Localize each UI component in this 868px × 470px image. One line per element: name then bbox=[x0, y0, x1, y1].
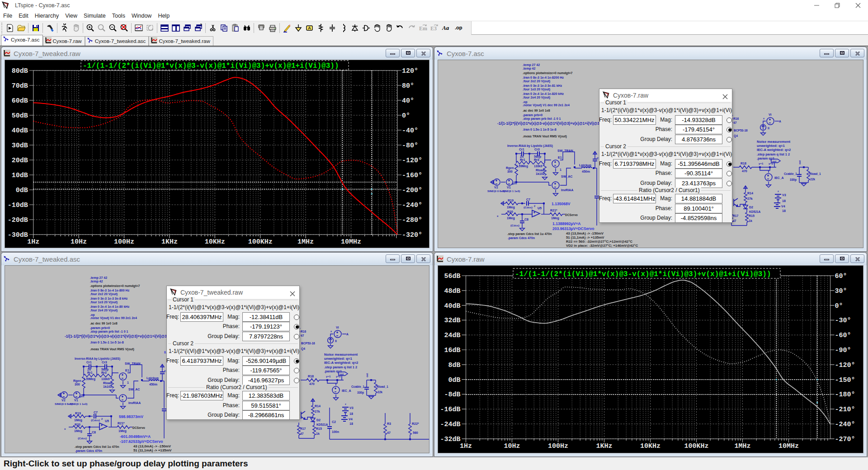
svg-text:V4: V4 bbox=[349, 418, 353, 421]
svg-text:out: out bbox=[366, 373, 368, 377]
svg-text:-120°: -120° bbox=[835, 362, 855, 369]
svg-text:IEC-A weighted: q=2: IEC-A weighted: q=2 bbox=[324, 361, 359, 365]
svg-text:Vi: Vi bbox=[336, 326, 339, 329]
svg-text:IEC_A: IEC_A bbox=[774, 176, 784, 179]
svg-text:1k: 1k bbox=[316, 432, 320, 435]
svg-text:47: 47 bbox=[733, 219, 736, 222]
svg-text:22k: 22k bbox=[377, 390, 382, 394]
svg-text:.four 2e2 20 V(out): .four 2e2 20 V(out) bbox=[90, 292, 118, 296]
svg-text:A: A bbox=[346, 333, 349, 336]
svg-text:R20: R20 bbox=[507, 210, 513, 213]
svg-text:0°: 0° bbox=[402, 112, 410, 120]
svg-text:1KHz: 1KHz bbox=[161, 238, 178, 246]
svg-text:out: out bbox=[772, 160, 776, 163]
svg-text:D2: D2 bbox=[749, 206, 753, 209]
svg-text:x: x bbox=[330, 330, 332, 333]
svg-text:.param Cdcs 470n: .param Cdcs 470n bbox=[508, 236, 535, 240]
svg-text:V3: V3 bbox=[349, 406, 354, 409]
svg-text:24dB: 24dB bbox=[444, 332, 460, 339]
svg-text:100KHz: 100KHz bbox=[248, 238, 273, 246]
svg-text:y=1: y=1 bbox=[759, 162, 764, 165]
svg-text:43 (13,0mA) -> -150mV: 43 (13,0mA) -> -150mV bbox=[566, 231, 604, 235]
svg-text:-80°: -80° bbox=[402, 142, 418, 150]
svg-text:x: x bbox=[497, 214, 499, 217]
svg-text:-1/(1-1/(2*(i(Vi)@1*v(x)@3-v(x: -1/(1-1/(2*(i(Vi)@1*v(x)@3-v(x)@1*i(Vi)@… bbox=[65, 334, 170, 338]
svg-text:Cr1: Cr1 bbox=[519, 148, 524, 151]
svg-text:R18: R18 bbox=[308, 375, 314, 378]
svg-text:BCP53-16: BCP53-16 bbox=[734, 129, 748, 132]
svg-text:27k: 27k bbox=[747, 197, 753, 200]
svg-text:450m: 450m bbox=[582, 170, 590, 173]
svg-text:-1/(1-1/(2*(i(Vi)@1*v(x)@3-v(x: -1/(1-1/(2*(i(Vi)@1*v(x)@3-v(x)@1*i(Vi)@… bbox=[515, 270, 771, 278]
svg-text:1.59Meg: 1.59Meg bbox=[516, 164, 528, 168]
svg-text:V1: V1 bbox=[74, 399, 78, 402]
svg-text:-180°: -180° bbox=[835, 391, 855, 399]
svg-text:.noise V(out) V1 dec 99 2e1 2e: .noise V(out) V1 dec 99 2e1 2e4 bbox=[523, 103, 570, 107]
svg-text:R17: R17 bbox=[300, 427, 306, 430]
svg-text:450m: 450m bbox=[149, 383, 157, 386]
svg-text:C7: C7 bbox=[526, 198, 530, 201]
svg-text:100KHz: 100KHz bbox=[684, 442, 708, 450]
svg-text:-30°: -30° bbox=[835, 317, 851, 324]
svg-text:R16: R16 bbox=[733, 117, 739, 120]
svg-text:-270°: -270° bbox=[835, 436, 855, 443]
svg-text:.param Cdcs 470n: .param Cdcs 470n bbox=[75, 449, 102, 453]
svg-text:Ii: Ii bbox=[335, 339, 337, 343]
svg-text:V2: V2 bbox=[494, 186, 498, 189]
svg-text:-1/(1-1/(2*(i(Vi)@1*v(x)@3-v(x: -1/(1-1/(2*(i(Vi)@1*v(x)@3-v(x)@1*i(Vi)@… bbox=[497, 122, 602, 126]
svg-text:51 (11,1mA) -> +135mV: 51 (11,1mA) -> +135mV bbox=[133, 448, 172, 452]
svg-text:Rload: Rload bbox=[536, 169, 544, 172]
svg-text:300: 300 bbox=[507, 170, 513, 173]
svg-text:gen: gen bbox=[79, 395, 84, 398]
svg-text:-107.62533µV=DCServo: -107.62533µV=DCServo bbox=[120, 439, 163, 444]
svg-text:.noise V(out) V1 dec 99 2e1 2e: .noise V(out) V1 dec 99 2e1 2e4 bbox=[90, 316, 137, 320]
svg-text:1Meg: 1Meg bbox=[507, 206, 515, 209]
svg-text:x: x bbox=[763, 117, 765, 120]
svg-text:1.1388992µV=A: 1.1388992µV=A bbox=[552, 221, 581, 226]
svg-text:100Hz: 100Hz bbox=[114, 238, 134, 246]
svg-text:330p: 330p bbox=[357, 391, 364, 395]
svg-text:-8dB: -8dB bbox=[444, 391, 460, 399]
svg-text:.temp 42: .temp 42 bbox=[523, 67, 536, 70]
svg-text:10MHz: 10MHz bbox=[778, 442, 799, 450]
svg-text:Rr3: Rr3 bbox=[101, 371, 107, 374]
svg-text:27k: 27k bbox=[315, 410, 320, 413]
svg-text:D2: D2 bbox=[316, 418, 321, 422]
svg-text:A: A bbox=[308, 26, 311, 30]
svg-text:C7: C7 bbox=[94, 411, 98, 414]
svg-text:y=1: y=1 bbox=[326, 375, 331, 378]
svg-text:Aa: Aa bbox=[442, 24, 449, 31]
svg-text:0dB: 0dB bbox=[16, 187, 28, 194]
svg-text:V4: V4 bbox=[781, 205, 785, 208]
svg-text:C2: C2 bbox=[332, 420, 336, 423]
svg-text:U5: U5 bbox=[538, 207, 542, 210]
svg-text:40dB: 40dB bbox=[444, 302, 460, 310]
svg-text:-240°: -240° bbox=[402, 202, 422, 209]
svg-text:-150°: -150° bbox=[835, 376, 855, 384]
svg-text:.tran 0 8e-3 1e-4 1e-8200 Hz: .tran 0 8e-3 1e-4 1e-8200 Hz bbox=[523, 76, 564, 79]
svg-text:1: 1 bbox=[560, 168, 561, 171]
svg-text:DCServo: DCServo bbox=[132, 426, 145, 429]
svg-text:1.59Meg: 1.59Meg bbox=[84, 377, 95, 381]
svg-text:.four 1e3 20 V(out): .four 1e3 20 V(out) bbox=[523, 88, 550, 91]
svg-text:133k9: 133k9 bbox=[101, 377, 110, 381]
svg-text:.tran 0 1.5e-1 1e-5 1e-8: .tran 0 1.5e-1 1e-5 1e-8 bbox=[523, 128, 557, 131]
svg-text:30dB: 30dB bbox=[12, 142, 28, 150]
svg-text:.four 1e3 20 V(out): .four 1e3 20 V(out) bbox=[90, 301, 118, 304]
svg-text:R20: R20 bbox=[75, 423, 80, 426]
svg-text:.tran 0 1.5e-1 1e-5 1e-8: .tran 0 1.5e-1 1e-5 1e-8 bbox=[90, 341, 124, 344]
svg-text:SINE(0 1 1e3): SINE(0 1 1e3) bbox=[70, 402, 87, 405]
svg-text:R22*: R22* bbox=[412, 422, 419, 425]
svg-text:Ccable_1: Ccable_1 bbox=[351, 385, 364, 388]
svg-text:.step param Cdcs list 1u 470n: .step param Cdcs list 1u 470n bbox=[75, 445, 119, 449]
svg-text:VD2 in place: -32mV@27°C; +146: VD2 in place: -32mV@27°C; +146mV@42°C bbox=[566, 244, 638, 247]
svg-text:10dB: 10dB bbox=[12, 172, 28, 179]
svg-text:1: 1 bbox=[127, 381, 129, 384]
svg-text:Q4: Q4 bbox=[734, 134, 738, 138]
svg-text:Inverse-RIAA by Lipshitz (JAES: Inverse-RIAA by Lipshitz (JAES) bbox=[507, 144, 553, 148]
svg-text:.step param Cdcs list 1u 470n: .step param Cdcs list 1u 470n bbox=[507, 232, 552, 236]
svg-text:Rr3: Rr3 bbox=[534, 158, 539, 161]
svg-text:0°: 0° bbox=[835, 302, 843, 310]
svg-text:470: 470 bbox=[309, 382, 315, 385]
svg-text:10Hz: 10Hz bbox=[71, 238, 87, 246]
